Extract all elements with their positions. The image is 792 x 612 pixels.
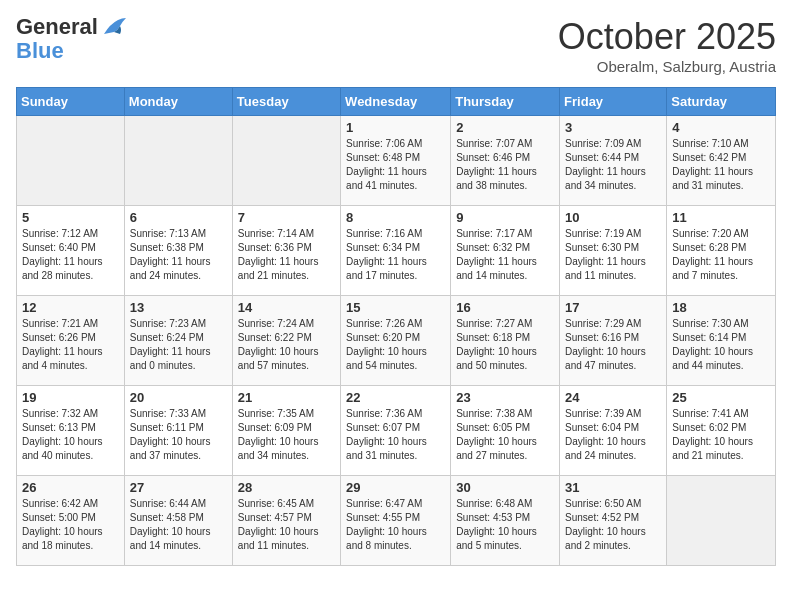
day-info: Sunrise: 6:47 AM Sunset: 4:55 PM Dayligh… <box>346 497 445 553</box>
day-of-week-header: Saturday <box>667 88 776 116</box>
calendar-cell: 19Sunrise: 7:32 AM Sunset: 6:13 PM Dayli… <box>17 386 125 476</box>
day-info: Sunrise: 7:09 AM Sunset: 6:44 PM Dayligh… <box>565 137 661 193</box>
calendar-cell: 13Sunrise: 7:23 AM Sunset: 6:24 PM Dayli… <box>124 296 232 386</box>
calendar-cell: 21Sunrise: 7:35 AM Sunset: 6:09 PM Dayli… <box>232 386 340 476</box>
calendar-cell: 6Sunrise: 7:13 AM Sunset: 6:38 PM Daylig… <box>124 206 232 296</box>
day-info: Sunrise: 7:13 AM Sunset: 6:38 PM Dayligh… <box>130 227 227 283</box>
day-number: 24 <box>565 390 661 405</box>
calendar-cell: 15Sunrise: 7:26 AM Sunset: 6:20 PM Dayli… <box>341 296 451 386</box>
day-of-week-header: Thursday <box>451 88 560 116</box>
day-info: Sunrise: 7:26 AM Sunset: 6:20 PM Dayligh… <box>346 317 445 373</box>
day-number: 18 <box>672 300 770 315</box>
title-block: October 2025 Oberalm, Salzburg, Austria <box>558 16 776 75</box>
calendar-cell: 26Sunrise: 6:42 AM Sunset: 5:00 PM Dayli… <box>17 476 125 566</box>
calendar-cell: 7Sunrise: 7:14 AM Sunset: 6:36 PM Daylig… <box>232 206 340 296</box>
day-number: 10 <box>565 210 661 225</box>
day-info: Sunrise: 7:12 AM Sunset: 6:40 PM Dayligh… <box>22 227 119 283</box>
calendar-table: SundayMondayTuesdayWednesdayThursdayFrid… <box>16 87 776 566</box>
calendar-cell: 5Sunrise: 7:12 AM Sunset: 6:40 PM Daylig… <box>17 206 125 296</box>
day-info: Sunrise: 6:42 AM Sunset: 5:00 PM Dayligh… <box>22 497 119 553</box>
day-number: 3 <box>565 120 661 135</box>
logo-blue-text: Blue <box>16 38 64 63</box>
day-of-week-header: Wednesday <box>341 88 451 116</box>
calendar-cell: 25Sunrise: 7:41 AM Sunset: 6:02 PM Dayli… <box>667 386 776 476</box>
day-number: 5 <box>22 210 119 225</box>
calendar-cell: 27Sunrise: 6:44 AM Sunset: 4:58 PM Dayli… <box>124 476 232 566</box>
logo-text: General <box>16 16 98 38</box>
day-number: 9 <box>456 210 554 225</box>
day-number: 20 <box>130 390 227 405</box>
day-number: 7 <box>238 210 335 225</box>
day-info: Sunrise: 7:35 AM Sunset: 6:09 PM Dayligh… <box>238 407 335 463</box>
day-number: 19 <box>22 390 119 405</box>
day-info: Sunrise: 7:23 AM Sunset: 6:24 PM Dayligh… <box>130 317 227 373</box>
day-number: 26 <box>22 480 119 495</box>
day-number: 12 <box>22 300 119 315</box>
calendar-cell: 12Sunrise: 7:21 AM Sunset: 6:26 PM Dayli… <box>17 296 125 386</box>
day-number: 23 <box>456 390 554 405</box>
calendar-cell: 1Sunrise: 7:06 AM Sunset: 6:48 PM Daylig… <box>341 116 451 206</box>
day-of-week-header: Friday <box>560 88 667 116</box>
page-header: General Blue October 2025 Oberalm, Salzb… <box>16 16 776 75</box>
calendar-week-row: 12Sunrise: 7:21 AM Sunset: 6:26 PM Dayli… <box>17 296 776 386</box>
calendar-cell: 28Sunrise: 6:45 AM Sunset: 4:57 PM Dayli… <box>232 476 340 566</box>
day-number: 27 <box>130 480 227 495</box>
day-info: Sunrise: 7:32 AM Sunset: 6:13 PM Dayligh… <box>22 407 119 463</box>
day-number: 16 <box>456 300 554 315</box>
day-info: Sunrise: 6:45 AM Sunset: 4:57 PM Dayligh… <box>238 497 335 553</box>
day-info: Sunrise: 7:24 AM Sunset: 6:22 PM Dayligh… <box>238 317 335 373</box>
day-number: 30 <box>456 480 554 495</box>
calendar-cell <box>124 116 232 206</box>
day-info: Sunrise: 7:14 AM Sunset: 6:36 PM Dayligh… <box>238 227 335 283</box>
day-of-week-header: Sunday <box>17 88 125 116</box>
day-number: 25 <box>672 390 770 405</box>
calendar-week-row: 19Sunrise: 7:32 AM Sunset: 6:13 PM Dayli… <box>17 386 776 476</box>
calendar-cell: 4Sunrise: 7:10 AM Sunset: 6:42 PM Daylig… <box>667 116 776 206</box>
calendar-cell <box>667 476 776 566</box>
day-number: 11 <box>672 210 770 225</box>
calendar-cell: 31Sunrise: 6:50 AM Sunset: 4:52 PM Dayli… <box>560 476 667 566</box>
day-number: 14 <box>238 300 335 315</box>
calendar-cell: 24Sunrise: 7:39 AM Sunset: 6:04 PM Dayli… <box>560 386 667 476</box>
calendar-cell: 16Sunrise: 7:27 AM Sunset: 6:18 PM Dayli… <box>451 296 560 386</box>
day-of-week-header: Monday <box>124 88 232 116</box>
calendar-cell: 2Sunrise: 7:07 AM Sunset: 6:46 PM Daylig… <box>451 116 560 206</box>
day-number: 31 <box>565 480 661 495</box>
day-info: Sunrise: 7:30 AM Sunset: 6:14 PM Dayligh… <box>672 317 770 373</box>
calendar-cell: 8Sunrise: 7:16 AM Sunset: 6:34 PM Daylig… <box>341 206 451 296</box>
calendar-cell: 11Sunrise: 7:20 AM Sunset: 6:28 PM Dayli… <box>667 206 776 296</box>
calendar-cell: 17Sunrise: 7:29 AM Sunset: 6:16 PM Dayli… <box>560 296 667 386</box>
calendar-cell <box>17 116 125 206</box>
day-info: Sunrise: 7:39 AM Sunset: 6:04 PM Dayligh… <box>565 407 661 463</box>
day-info: Sunrise: 6:50 AM Sunset: 4:52 PM Dayligh… <box>565 497 661 553</box>
day-info: Sunrise: 7:07 AM Sunset: 6:46 PM Dayligh… <box>456 137 554 193</box>
day-number: 22 <box>346 390 445 405</box>
day-info: Sunrise: 6:44 AM Sunset: 4:58 PM Dayligh… <box>130 497 227 553</box>
calendar-cell: 3Sunrise: 7:09 AM Sunset: 6:44 PM Daylig… <box>560 116 667 206</box>
day-number: 1 <box>346 120 445 135</box>
month-title: October 2025 <box>558 16 776 58</box>
logo: General Blue <box>16 16 128 62</box>
day-number: 29 <box>346 480 445 495</box>
day-info: Sunrise: 7:06 AM Sunset: 6:48 PM Dayligh… <box>346 137 445 193</box>
day-info: Sunrise: 7:36 AM Sunset: 6:07 PM Dayligh… <box>346 407 445 463</box>
day-info: Sunrise: 7:17 AM Sunset: 6:32 PM Dayligh… <box>456 227 554 283</box>
day-info: Sunrise: 7:29 AM Sunset: 6:16 PM Dayligh… <box>565 317 661 373</box>
location-title: Oberalm, Salzburg, Austria <box>558 58 776 75</box>
logo-bird-icon <box>100 16 128 38</box>
day-of-week-header: Tuesday <box>232 88 340 116</box>
day-info: Sunrise: 7:41 AM Sunset: 6:02 PM Dayligh… <box>672 407 770 463</box>
calendar-cell: 30Sunrise: 6:48 AM Sunset: 4:53 PM Dayli… <box>451 476 560 566</box>
day-info: Sunrise: 7:16 AM Sunset: 6:34 PM Dayligh… <box>346 227 445 283</box>
day-number: 6 <box>130 210 227 225</box>
calendar-week-row: 5Sunrise: 7:12 AM Sunset: 6:40 PM Daylig… <box>17 206 776 296</box>
calendar-cell: 29Sunrise: 6:47 AM Sunset: 4:55 PM Dayli… <box>341 476 451 566</box>
calendar-week-row: 26Sunrise: 6:42 AM Sunset: 5:00 PM Dayli… <box>17 476 776 566</box>
calendar-cell: 10Sunrise: 7:19 AM Sunset: 6:30 PM Dayli… <box>560 206 667 296</box>
day-number: 2 <box>456 120 554 135</box>
day-number: 15 <box>346 300 445 315</box>
calendar-cell: 18Sunrise: 7:30 AM Sunset: 6:14 PM Dayli… <box>667 296 776 386</box>
day-info: Sunrise: 7:10 AM Sunset: 6:42 PM Dayligh… <box>672 137 770 193</box>
day-number: 28 <box>238 480 335 495</box>
calendar-cell: 14Sunrise: 7:24 AM Sunset: 6:22 PM Dayli… <box>232 296 340 386</box>
